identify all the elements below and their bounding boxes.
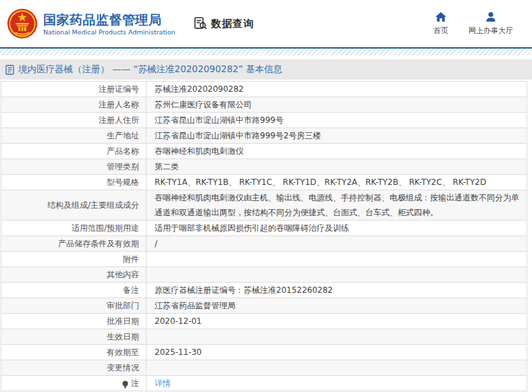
row-value: 吞咽神经和肌肉电刺激仪 xyxy=(146,144,527,159)
row-value xyxy=(146,252,527,267)
row-value: 江苏省药品监督管理局 xyxy=(146,298,527,313)
row-value xyxy=(146,360,527,375)
row-label: 注 xyxy=(1,376,146,391)
nav-home-label: 首页 xyxy=(433,26,448,36)
row-value xyxy=(146,267,527,282)
registration-info-table: 注册证编号 苏械注准20202090282 注册人名称 苏州仁康医疗设备有限公司… xyxy=(1,81,527,391)
table-row: 注册人住所 江苏省昆山市淀山湖镇中市路999号 xyxy=(1,113,527,128)
home-icon xyxy=(435,11,447,22)
table-row: 其他内容 xyxy=(1,267,527,283)
data-query-icon xyxy=(193,16,208,31)
org-name: 国家药品监督管理局 xyxy=(43,11,176,28)
data-query-section[interactable]: 数据查询 xyxy=(193,16,255,31)
nav-home[interactable]: 首页 xyxy=(433,11,448,36)
row-value: 吞咽神经和肌肉电刺激仪由主机、输出线、电源线、手持控制器、电极组成：按输出通道数… xyxy=(146,190,527,220)
details-link[interactable]: 详情 xyxy=(155,376,171,391)
page: 国家药品监督管理局 National Medical Products Admi… xyxy=(0,0,532,392)
table-row: 变更情况 xyxy=(1,360,527,376)
logo-group: 国家药品监督管理局 National Medical Products Admi… xyxy=(7,8,176,39)
table-row: 注 详情 xyxy=(1,376,527,391)
table-row: 附件 xyxy=(1,252,527,267)
row-value: 江苏省昆山市淀山湖镇中市路999号 xyxy=(146,113,527,128)
row-label: 备注 xyxy=(1,283,146,298)
header-nav: 首页 网上办事大厅 xyxy=(433,11,513,36)
row-value: 原医疗器械注册证编号：苏械注准20152260282 xyxy=(146,283,527,298)
row-label: 附件 xyxy=(1,252,146,267)
table-row: 注册人名称 苏州仁康医疗设备有限公司 xyxy=(1,97,527,113)
row-label: 产品储存条件及有效期 xyxy=(1,236,146,251)
table-row: 产品名称 吞咽神经和肌肉电刺激仪 xyxy=(1,144,527,159)
table-row: 注册证编号 苏械注准20202090282 xyxy=(1,82,527,97)
row-label: 适用范围/预期用途 xyxy=(1,221,146,235)
row-value: 第二类 xyxy=(146,159,527,174)
row-value: 适用于咽部非机械原因损伤引起的吞咽障碍治疗及训练 xyxy=(146,221,527,235)
row-value: / xyxy=(146,236,527,251)
table-row: 结构及组成/主要组成成分 吞咽神经和肌肉电刺激仪由主机、输出线、电源线、手持控制… xyxy=(1,190,527,221)
row-value xyxy=(146,329,527,344)
user-icon xyxy=(485,11,497,22)
org-names: 国家药品监督管理局 National Medical Products Admi… xyxy=(43,11,176,36)
note-icon xyxy=(122,379,129,388)
row-label: 审批部门 xyxy=(1,298,146,313)
row-value: RK-TY1A、RK-TY1B、 RK-TY1C、 RK-TY1D、RK-TY2… xyxy=(146,175,527,190)
row-value: 2025-11-30 xyxy=(146,345,527,360)
row-value: 苏州仁康医疗设备有限公司 xyxy=(146,97,527,112)
stripe-band xyxy=(0,49,532,55)
site-header: 国家药品监督管理局 National Medical Products Admi… xyxy=(0,0,532,47)
row-label: 产品名称 xyxy=(1,144,146,159)
row-label: 变更情况 xyxy=(1,360,146,375)
breadcrumb: 境内医疗器械（注册） —— “苏械注准20202090282” 基本信息 xyxy=(0,59,532,80)
row-label: 有效期至 xyxy=(1,345,146,360)
nav-service-hall[interactable]: 网上办事大厅 xyxy=(469,11,513,36)
row-label: 注册人名称 xyxy=(1,97,146,112)
page-title: 境内医疗器械（注册） —— “苏械注准20202090282” 基本信息 xyxy=(18,63,282,76)
org-name-en: National Medical Products Administration xyxy=(43,28,176,36)
table-row: 产品储存条件及有效期 / xyxy=(1,236,527,252)
table-row: 生产地址 江苏省昆山市淀山湖镇中市路999号2号房三楼 xyxy=(1,128,527,144)
table-row: 批准日期 2020-12-01 xyxy=(1,314,527,329)
data-query-label: 数据查询 xyxy=(211,18,255,30)
row-label: 注册证编号 xyxy=(1,82,146,96)
row-value: 详情 xyxy=(146,376,527,391)
table-row: 管理类别 第二类 xyxy=(1,159,527,175)
national-emblem-logo xyxy=(7,8,38,39)
row-value: 2020-12-01 xyxy=(146,314,527,329)
row-value: 江苏省昆山市淀山湖镇中市路999号2号房三楼 xyxy=(146,128,527,143)
row-label: 型号规格 xyxy=(1,175,146,190)
row-label: 批准日期 xyxy=(1,314,146,329)
row-label: 管理类别 xyxy=(1,159,146,174)
row-label: 结构及组成/主要组成成分 xyxy=(1,190,146,220)
nav-service-hall-label: 网上办事大厅 xyxy=(469,26,513,36)
row-value: 苏械注准20202090282 xyxy=(146,82,527,96)
row-label: 其他内容 xyxy=(1,267,146,282)
table-row: 备注 原医疗器械注册证编号：苏械注准20152260282 xyxy=(1,283,527,298)
table-row: 生效日期 xyxy=(1,329,527,345)
table-row: 审批部门 江苏省药品监督管理局 xyxy=(1,298,527,314)
row-label: 注册人住所 xyxy=(1,113,146,128)
table-row: 适用范围/预期用途 适用于咽部非机械原因损伤引起的吞咽障碍治疗及训练 xyxy=(1,221,527,236)
table-row: 型号规格 RK-TY1A、RK-TY1B、 RK-TY1C、 RK-TY1D、R… xyxy=(1,175,527,190)
row-label: 生效日期 xyxy=(1,329,146,344)
table-row: 有效期至 2025-11-30 xyxy=(1,345,527,360)
document-icon xyxy=(5,65,14,75)
row-label-text: 注 xyxy=(131,376,139,391)
row-label: 生产地址 xyxy=(1,128,146,143)
